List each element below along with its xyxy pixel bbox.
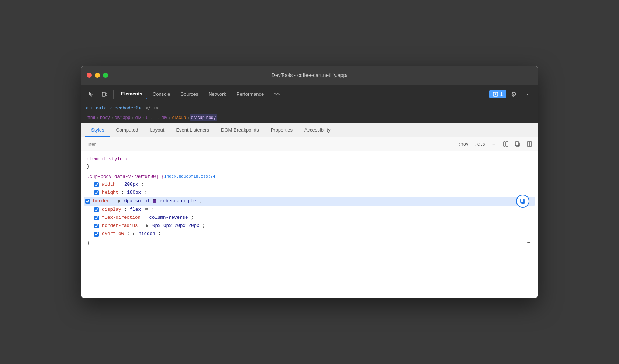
tab-styles[interactable]: Styles bbox=[85, 123, 110, 137]
element-code-bar: <li data-v-eedbodec0> …</li> bbox=[81, 104, 538, 112]
css-prop-display[interactable]: display bbox=[102, 206, 121, 213]
css-value-display[interactable]: flex bbox=[130, 206, 141, 213]
badge-count: 1 bbox=[500, 91, 503, 97]
element-ellipsis: …</li> bbox=[143, 105, 159, 111]
minimize-button[interactable] bbox=[95, 73, 100, 78]
element-code: <li data-v-eedbodec0> bbox=[85, 105, 141, 111]
breadcrumb-div2[interactable]: div bbox=[160, 114, 169, 121]
issues-badge[interactable]: 1 bbox=[489, 90, 506, 98]
toggle-sidebar-icon[interactable] bbox=[501, 140, 510, 148]
css-prop-border[interactable]: border bbox=[93, 197, 110, 205]
tab-properties[interactable]: Properties bbox=[265, 123, 298, 137]
breadcrumb-divcupbody[interactable]: div.cup-body bbox=[190, 114, 217, 121]
copy-property-button[interactable] bbox=[516, 195, 529, 208]
svg-rect-1 bbox=[106, 93, 107, 96]
closing-brace: } bbox=[87, 239, 90, 247]
title-bar: DevTools - coffee-cart.netlify.app/ bbox=[81, 66, 538, 85]
closing-brace-line: } + bbox=[87, 238, 532, 249]
file-link[interactable]: index.8d6c6f18.css:74 bbox=[164, 174, 215, 180]
css-value-width[interactable]: 200px bbox=[124, 181, 138, 188]
hov-button[interactable]: :hov bbox=[456, 141, 470, 147]
svg-rect-5 bbox=[504, 142, 505, 146]
breadcrumb-li[interactable]: li bbox=[153, 114, 158, 121]
traffic-lights bbox=[87, 73, 108, 78]
display-checkbox[interactable] bbox=[94, 207, 99, 212]
tab-dom-breakpoints[interactable]: DOM Breakpoints bbox=[215, 123, 265, 137]
height-checkbox[interactable] bbox=[94, 190, 99, 195]
tab-performance[interactable]: Performance bbox=[232, 89, 268, 99]
styles-toolbar: :hov .cls + bbox=[81, 137, 538, 151]
window-title: DevTools - coffee-cart.netlify.app/ bbox=[272, 72, 347, 78]
breadcrumb-body[interactable]: body bbox=[98, 114, 111, 121]
css-rule-display: display : flex ⊞ ; bbox=[94, 206, 532, 214]
element-style-rule: element.style { } bbox=[87, 155, 532, 170]
css-value-border-radius[interactable]: 0px 0px 20px 20px bbox=[152, 222, 200, 230]
panel-tabs: Styles Computed Layout Event Listeners D… bbox=[81, 123, 538, 137]
tab-computed[interactable]: Computed bbox=[110, 123, 144, 137]
element-style-close: } bbox=[87, 163, 532, 170]
add-style-icon[interactable]: + bbox=[490, 140, 498, 148]
svg-rect-12 bbox=[521, 199, 524, 203]
cls-button[interactable]: .cls bbox=[473, 141, 487, 147]
cup-body-selector: .cup-body[data-v-7a0f9f00] { bbox=[87, 173, 164, 181]
tab-more[interactable]: >> bbox=[270, 89, 284, 99]
breadcrumb-divapp[interactable]: div#app bbox=[113, 114, 132, 121]
device-toolbar-icon[interactable] bbox=[98, 88, 110, 100]
breadcrumb-html[interactable]: html bbox=[85, 114, 97, 121]
tab-network[interactable]: Network bbox=[204, 89, 231, 99]
tab-console[interactable]: Console bbox=[148, 89, 175, 99]
tab-sources[interactable]: Sources bbox=[176, 89, 203, 99]
css-value-border-color[interactable]: rebeccapurple bbox=[160, 197, 196, 205]
tab-event-listeners[interactable]: Event Listeners bbox=[170, 123, 215, 137]
add-rule-button[interactable]: + bbox=[525, 238, 532, 249]
breadcrumb-divcup[interactable]: div.cup bbox=[171, 114, 187, 121]
css-prop-width[interactable]: width bbox=[102, 181, 116, 188]
tab-elements[interactable]: Elements bbox=[117, 89, 147, 99]
cup-body-selector-line: .cup-body[data-v-7a0f9f00] { index.8d6c6… bbox=[87, 173, 532, 181]
border-radius-expand-icon[interactable] bbox=[146, 224, 148, 227]
border-expand-icon[interactable] bbox=[118, 200, 120, 203]
tab-layout[interactable]: Layout bbox=[144, 123, 170, 137]
filter-input[interactable] bbox=[85, 141, 453, 147]
css-prop-border-radius[interactable]: border-radius bbox=[102, 222, 138, 230]
svg-rect-8 bbox=[515, 142, 519, 146]
css-value-flex-direction[interactable]: column-reverse bbox=[149, 214, 188, 221]
css-value-overflow[interactable]: hidden bbox=[139, 230, 155, 238]
breadcrumb-div[interactable]: div bbox=[134, 114, 142, 121]
svg-rect-6 bbox=[506, 142, 508, 146]
more-options-icon[interactable]: ⋮ bbox=[521, 89, 534, 100]
layout-icon[interactable] bbox=[525, 140, 534, 148]
main-toolbar: Elements Console Sources Network Perform… bbox=[81, 85, 538, 104]
cup-body-rule: .cup-body[data-v-7a0f9f00] { index.8d6c6… bbox=[87, 173, 532, 249]
tab-accessibility[interactable]: Accessibility bbox=[298, 123, 336, 137]
devtools-window: DevTools - coffee-cart.netlify.app/ Elem… bbox=[81, 66, 538, 298]
css-value-border-size[interactable]: 6px solid bbox=[124, 197, 149, 205]
width-checkbox[interactable] bbox=[94, 182, 99, 187]
css-value-height[interactable]: 180px bbox=[127, 189, 141, 196]
flex-grid-icon[interactable]: ⊞ bbox=[145, 206, 148, 213]
svg-rect-0 bbox=[102, 92, 105, 96]
styles-panel: element.style { } .cup-body[data-v-7a0f9… bbox=[81, 151, 538, 298]
maximize-button[interactable] bbox=[103, 73, 108, 78]
css-rule-border: border : 6px solid rebeccapurple ; bbox=[84, 197, 535, 206]
css-rule-border-radius: border-radius : 0px 0px 20px 20px ; bbox=[94, 222, 532, 230]
overflow-checkbox[interactable] bbox=[94, 232, 99, 237]
element-style-selector: element.style { bbox=[87, 155, 532, 163]
copy-icon[interactable] bbox=[513, 140, 522, 148]
css-prop-height[interactable]: height bbox=[102, 189, 118, 196]
settings-icon[interactable]: ⚙ bbox=[508, 89, 520, 100]
overflow-expand-icon[interactable] bbox=[133, 232, 135, 235]
css-rule-flex-direction: flex-direction : column-reverse ; bbox=[94, 214, 532, 222]
color-swatch-rebeccapurple[interactable] bbox=[153, 199, 156, 203]
inspect-element-icon[interactable] bbox=[85, 88, 97, 100]
toolbar-divider-1 bbox=[113, 90, 114, 99]
border-radius-checkbox[interactable] bbox=[94, 224, 99, 228]
css-rule-width: width : 200px ; bbox=[94, 181, 532, 189]
css-prop-overflow[interactable]: overflow bbox=[102, 230, 124, 238]
breadcrumb-ul[interactable]: ul bbox=[145, 114, 151, 121]
css-rule-overflow: overflow : hidden ; bbox=[94, 230, 532, 238]
border-checkbox[interactable] bbox=[85, 199, 90, 204]
flex-direction-checkbox[interactable] bbox=[94, 216, 99, 220]
close-button[interactable] bbox=[87, 73, 92, 78]
css-prop-flex-direction[interactable]: flex-direction bbox=[102, 214, 141, 221]
